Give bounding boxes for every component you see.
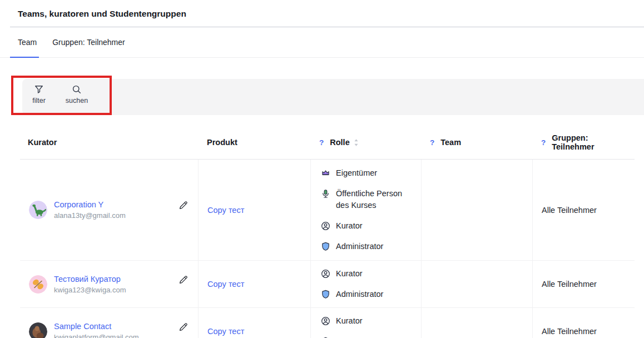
role-item: Kurator (320, 315, 415, 327)
column-header-rolle[interactable]: ? Rolle (310, 126, 421, 159)
role-item: Eigentümer (320, 167, 415, 179)
produkt-cell: Copy тест (198, 160, 310, 260)
tab-gruppen-teilnehmer[interactable]: Gruppen: Teilnehmer (44, 27, 132, 57)
kurator-cell: Sample Contact kwigaplatform@gmail.com (20, 308, 198, 338)
search-button-label: suchen (66, 97, 88, 105)
pencil-icon (178, 275, 189, 285)
role-label: Kurator (336, 268, 363, 280)
shield-icon (320, 289, 331, 300)
column-label: Produkt (207, 138, 237, 147)
toolbar: filter suchen (22, 79, 644, 115)
role-item: Administrator (320, 241, 415, 252)
kurator-identity: Sample Contact kwigaplatform@gmail.com (54, 322, 139, 338)
avatar (29, 275, 47, 294)
gruppen-cell: Alle Teilnehmer (532, 308, 635, 338)
search-icon (71, 84, 82, 95)
table-row: Sample Contact kwigaplatform@gmail.com C… (20, 308, 635, 338)
produkt-cell: Copy тест (198, 308, 310, 338)
dinosaur-avatar-image (29, 201, 47, 219)
edit-button[interactable] (178, 200, 189, 211)
kurator-email: kwigaplatform@gmail.com (54, 333, 139, 338)
groups-value: Alle Teilnehmer (542, 280, 597, 289)
crown-icon (320, 168, 331, 178)
product-link[interactable]: Copy тест (207, 280, 244, 289)
edit-button[interactable] (178, 321, 189, 332)
role-label: Eigentümer (336, 167, 377, 179)
tab-team[interactable]: Team (10, 27, 44, 57)
search-button[interactable]: suchen (61, 84, 92, 105)
rolle-cell: Kurator Administrator (310, 261, 421, 307)
kurator-identity: Corporation Y alana13ty@gmail.com (54, 200, 126, 220)
user-icon (320, 221, 331, 231)
user-icon (320, 269, 331, 279)
role-item: Administrator (320, 336, 415, 338)
column-label: Team (440, 138, 461, 147)
produkt-cell: Copy тест (198, 261, 310, 307)
tab-gruppen-label: Gruppen: Teilnehmer (52, 38, 125, 47)
gruppen-cell: Alle Teilnehmer (532, 261, 635, 307)
kurator-email: kwiga123@kwiga.com (54, 286, 126, 294)
kurator-name-link[interactable]: Corporation Y (54, 200, 126, 209)
edit-button[interactable] (178, 274, 189, 285)
avatar (29, 322, 47, 338)
team-cell (421, 261, 532, 307)
column-header-kurator[interactable]: Kurator (20, 126, 198, 159)
help-icon[interactable]: ? (541, 138, 546, 147)
table-row: Corporation Y alana13ty@gmail.com Copy т… (20, 160, 635, 261)
tab-team-label: Team (18, 38, 37, 47)
kurator-name-link[interactable]: Sample Contact (54, 322, 139, 331)
pencil-icon (178, 200, 189, 211)
table-row: Тестовий Куратор kwiga123@kwiga.com Copy… (20, 261, 635, 308)
microphone-icon (320, 188, 331, 199)
kurator-identity: Тестовий Куратор kwiga123@kwiga.com (54, 275, 126, 294)
column-label: Gruppen: Teilnehmer (552, 133, 630, 151)
help-icon[interactable]: ? (430, 138, 434, 147)
role-label: Administrator (336, 336, 383, 338)
kurator-name-link[interactable]: Тестовий Куратор (54, 275, 126, 284)
filter-button[interactable]: filter (23, 84, 55, 105)
pencil-icon (178, 322, 189, 332)
kurator-cell: Тестовий Куратор kwiga123@kwiga.com (20, 261, 198, 307)
tab-bar: Team Gruppen: Teilnehmer (0, 27, 644, 58)
rolle-cell: Eigentümer Öffentliche Person des Kurses… (310, 160, 421, 260)
filter-button-label: filter (32, 97, 46, 105)
filter-funnel-icon (33, 84, 44, 95)
role-item: Kurator (320, 268, 415, 280)
help-icon[interactable]: ? (319, 138, 324, 147)
kurator-email: alana13ty@gmail.com (54, 211, 126, 220)
gruppen-cell: Alle Teilnehmer (532, 160, 635, 260)
product-link[interactable]: Copy тест (207, 327, 244, 336)
toolbar-wrap: filter suchen (0, 79, 644, 115)
groups-value: Alle Teilnehmer (542, 327, 597, 336)
team-cell (421, 308, 532, 338)
role-item: Kurator (320, 220, 415, 232)
role-label: Kurator (336, 315, 363, 327)
avatar (29, 201, 47, 219)
page-title: Teams, kuratoren und Studentengruppen (18, 8, 634, 19)
sort-icon[interactable] (354, 138, 359, 147)
kurator-cell: Corporation Y alana13ty@gmail.com (20, 160, 198, 260)
curators-table: Kurator Produkt ? Rolle ? Team ? Gruppen… (20, 126, 635, 338)
user-icon (320, 316, 331, 326)
shield-icon (320, 241, 331, 252)
role-label: Öffentliche Person des Kurses (336, 188, 415, 211)
role-item: Öffentliche Person des Kurses (320, 188, 415, 211)
column-header-team[interactable]: ? Team (421, 126, 532, 159)
role-label: Kurator (336, 220, 363, 232)
photo-avatar-image (29, 322, 47, 338)
groups-value: Alle Teilnehmer (542, 206, 597, 215)
column-label: Kurator (28, 138, 57, 147)
table-header-row: Kurator Produkt ? Rolle ? Team ? Gruppen… (20, 126, 635, 160)
role-item: Administrator (320, 289, 415, 300)
column-header-produkt[interactable]: Produkt (198, 126, 310, 159)
role-label: Administrator (336, 289, 383, 300)
role-label: Administrator (336, 241, 383, 252)
rolle-cell: Kurator Administrator (310, 308, 421, 338)
butterfly-avatar-image (29, 275, 47, 294)
page-header: Teams, kuratoren und Studentengruppen (0, 0, 644, 19)
column-label: Rolle (330, 138, 349, 147)
product-link[interactable]: Copy тест (207, 206, 244, 215)
team-cell (421, 160, 532, 260)
column-header-gruppen-teilnehmer[interactable]: ? Gruppen: Teilnehmer (532, 126, 635, 159)
